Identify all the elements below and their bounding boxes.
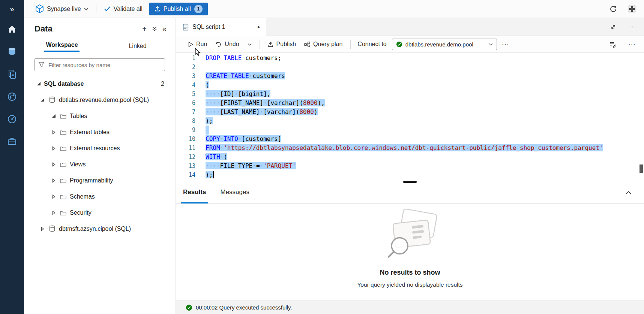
code-line[interactable]: 7····[LAST_NAME]·[varchar](8000) xyxy=(176,108,644,117)
chevron-up-icon xyxy=(625,191,632,195)
main-column: Synapse live Validate all Publish all 1 xyxy=(24,0,644,314)
tree-item-pool-1[interactable]: dbtlabs.revenue.demo.pool (SQL) xyxy=(24,92,176,108)
collapse-panel-button[interactable]: « xyxy=(162,25,167,33)
undo-button[interactable]: Undo xyxy=(212,39,242,49)
publish-upload-icon xyxy=(155,6,160,12)
folder-icon xyxy=(60,130,66,135)
filter-container xyxy=(35,58,165,71)
publish-all-button[interactable]: Publish all 1 xyxy=(149,3,208,15)
connect-to-dropdown[interactable]: dbtlabs.revenue.demo.pool xyxy=(392,39,497,50)
chevron-collapsed-icon[interactable] xyxy=(51,211,56,215)
connect-to-label: Connect to xyxy=(357,41,386,48)
more-icon: ··· xyxy=(628,40,636,48)
top-bar-right xyxy=(608,4,637,14)
properties-button[interactable] xyxy=(608,40,618,49)
add-resource-button[interactable]: + xyxy=(142,25,147,33)
validate-all-label: Validate all xyxy=(114,6,143,12)
editor-more-button[interactable]: ··· xyxy=(627,39,637,49)
chevron-collapsed-icon[interactable] xyxy=(51,130,56,135)
tree-item-programmability[interactable]: Programmability xyxy=(24,172,176,188)
code-line[interactable]: 8); xyxy=(176,117,644,126)
chevron-collapsed-icon[interactable] xyxy=(51,178,56,183)
tree-item-tables[interactable]: Tables xyxy=(24,108,176,124)
collapse-all-button[interactable] xyxy=(152,25,157,33)
manage-icon xyxy=(7,137,17,146)
query-plan-button[interactable]: Query plan xyxy=(301,39,346,49)
refresh-button[interactable] xyxy=(608,4,618,14)
tree-item-external-tables[interactable]: External tables xyxy=(24,124,176,140)
tab-workspace[interactable]: Workspace xyxy=(24,39,100,54)
code-line[interactable]: 14); xyxy=(176,170,644,179)
tree-item-security[interactable]: Security xyxy=(24,205,176,221)
sidebar-item-data[interactable] xyxy=(0,40,24,63)
chevron-down-icon xyxy=(248,43,252,46)
code-line[interactable]: 13····FILE_TYPE·=·'PARQUET' xyxy=(176,161,644,170)
tree-item-schemas[interactable]: Schemas xyxy=(24,188,176,205)
data-panel-tabs: Workspace Linked xyxy=(24,39,176,54)
code-line[interactable]: 12WITH·( xyxy=(176,153,644,161)
chevron-collapsed-icon[interactable] xyxy=(51,146,56,151)
sidebar-item-develop[interactable] xyxy=(0,63,24,85)
item-count-badge: 2 xyxy=(161,81,164,87)
expand-editor-button[interactable] xyxy=(609,22,618,31)
browse-gallery-button[interactable] xyxy=(627,4,637,14)
run-options-dropdown[interactable] xyxy=(244,41,255,48)
filter-funnel-icon xyxy=(38,61,45,68)
tab-results[interactable]: Results xyxy=(181,182,208,203)
validate-all-button[interactable]: Validate all xyxy=(101,3,146,15)
sidebar-item-monitor[interactable] xyxy=(0,108,24,130)
chevron-collapsed-icon[interactable] xyxy=(51,194,56,199)
code-line[interactable]: 3CREATE·TABLE·customers xyxy=(176,72,644,81)
more-icon: ··· xyxy=(502,40,509,48)
refresh-icon xyxy=(609,5,617,13)
connected-pool-name: dbtlabs.revenue.demo.pool xyxy=(405,41,473,48)
sidebar-item-home[interactable] xyxy=(0,18,24,40)
folder-icon xyxy=(60,178,66,183)
expand-icon xyxy=(610,24,616,30)
tree-item-views[interactable]: Views xyxy=(24,156,176,172)
mode-label: Synapse live xyxy=(47,6,81,12)
code-line[interactable]: 10COPY·INTO·[customers] xyxy=(176,135,644,144)
tab-messages[interactable]: Messages xyxy=(218,182,251,203)
code-line[interactable]: 11FROM·'https://dbtlabsynapsedatalake.bl… xyxy=(176,144,644,153)
editor-scrollbar-thumb[interactable] xyxy=(639,164,643,173)
double-chevron-left-icon: « xyxy=(162,25,167,33)
tab-more-button[interactable]: ··· xyxy=(627,22,638,32)
code-line[interactable]: 1DROP TABLE customers; xyxy=(176,54,644,63)
code-line[interactable]: 5····[ID]·[bigint], xyxy=(176,90,644,99)
collapse-results-button[interactable] xyxy=(624,189,633,196)
toolbar-more-button[interactable]: ··· xyxy=(498,39,513,50)
expand-rail-button[interactable]: » xyxy=(0,0,24,18)
double-chevron-down-icon xyxy=(152,26,157,31)
divider xyxy=(96,4,96,13)
synapse-live-selector[interactable]: Synapse live xyxy=(32,2,92,15)
code-line[interactable]: 2 xyxy=(176,63,644,72)
publish-count-badge: 1 xyxy=(194,5,203,13)
run-button[interactable]: Run xyxy=(185,39,210,49)
tree-item-pool-2[interactable]: dbtmsft.azsyn.cipool (SQL) xyxy=(24,221,176,237)
chevron-expanded-icon[interactable] xyxy=(51,114,56,118)
code-lines: 1DROP TABLE customers;23CREATE·TABLE·cus… xyxy=(176,54,644,179)
pane-splitter-handle[interactable] xyxy=(403,181,417,183)
home-icon xyxy=(7,25,17,34)
publish-button[interactable]: Publish xyxy=(264,39,299,49)
chevron-collapsed-icon[interactable] xyxy=(51,162,56,167)
chevron-collapsed-icon[interactable] xyxy=(40,227,45,231)
folder-icon xyxy=(60,114,66,119)
tree-item-sql-database[interactable]: SQL database 2 xyxy=(24,76,176,92)
chevron-expanded-icon[interactable] xyxy=(40,98,45,102)
tab-sql-script-1[interactable]: SQL script 1 ● xyxy=(176,18,266,36)
chevron-expanded-icon[interactable] xyxy=(36,82,41,85)
sidebar-item-manage[interactable] xyxy=(0,130,24,153)
code-line[interactable]: 9 xyxy=(176,126,644,135)
sql-editor[interactable]: 1DROP TABLE customers;23CREATE·TABLE·cus… xyxy=(176,53,644,182)
sidebar-item-integrate[interactable] xyxy=(0,85,24,108)
query-status-bar: 00:00:02 Query executed successfully. xyxy=(176,301,644,314)
code-line[interactable]: 6····[FIRST_NAME]·[varchar](8000), xyxy=(176,99,644,108)
add-icon: + xyxy=(142,25,147,33)
filter-input[interactable] xyxy=(35,58,165,71)
tree-item-external-resources[interactable]: External resources xyxy=(24,140,176,156)
tab-strip-actions: ··· xyxy=(609,18,638,36)
tab-linked[interactable]: Linked xyxy=(100,39,176,54)
code-line[interactable]: 4( xyxy=(176,81,644,90)
